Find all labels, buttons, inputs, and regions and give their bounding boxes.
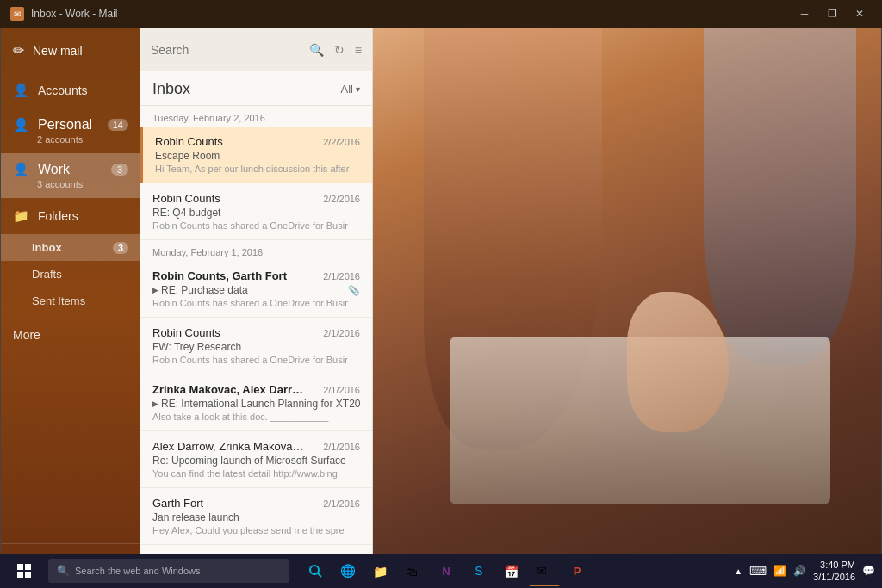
taskbar-calendar-app[interactable]: 📅: [496, 555, 527, 586]
email-date-1: 2/2/2016: [323, 137, 360, 147]
more-label: More: [13, 328, 40, 342]
email-preview-7: Hey Alex, Could you please send me the s…: [152, 525, 360, 535]
work-sub-label: 3 accounts: [37, 179, 128, 189]
email-sender-4: Robin Counts: [152, 326, 220, 339]
folder-icon: 📁: [13, 208, 29, 224]
sidebar: ✏ New mail 👤 Accounts 👤 Personal 14 2 ac…: [1, 28, 140, 588]
restore-button[interactable]: ❐: [820, 5, 844, 22]
personal-account-name: Personal: [38, 117, 92, 133]
taskbar-edge-app[interactable]: 🌐: [332, 555, 363, 586]
search-input[interactable]: [151, 43, 302, 57]
search-icon[interactable]: 🔍: [309, 43, 324, 57]
taskbar-sound-icon[interactable]: 🔊: [793, 565, 806, 577]
search-bar: 🔍 ↻ ≡: [140, 28, 372, 71]
email-subject-2: RE: Q4 budget: [152, 207, 360, 219]
sent-items-label: Sent Items: [32, 294, 85, 307]
taskbar-search-icon: 🔍: [57, 565, 70, 577]
email-sender-2: Robin Counts: [152, 192, 220, 205]
email-item-5[interactable]: Zrinka Makovac, Alex Darrow, ... G 2/1/2…: [140, 374, 372, 431]
expand-chevron-5: ▶: [152, 399, 158, 408]
email-subject-4: FW: Trey Research: [152, 341, 360, 353]
minimize-button[interactable]: ─: [792, 5, 817, 22]
email-item-7[interactable]: Garth Fort 2/1/2016 Jan release launch H…: [140, 488, 372, 545]
email-list-scroll[interactable]: Tuesday, February 2, 2016 Robin Counts 2…: [140, 106, 372, 588]
email-sender-5: Zrinka Makovac, Alex Darrow, ... G: [152, 383, 307, 396]
taskbar-clock[interactable]: 3:40 PM 3/11/2016: [813, 559, 855, 584]
email-subject-7: Jan release launch: [152, 511, 360, 523]
email-sender-6: Alex Darrow, Zrinka Makovac, Gar: [152, 440, 307, 453]
folders-label: Folders: [38, 209, 78, 223]
taskbar-skype-app[interactable]: S: [463, 555, 494, 586]
sidebar-work-account[interactable]: 👤 Work 3 3 accounts: [1, 153, 140, 198]
new-mail-button[interactable]: ✏ New mail: [1, 28, 140, 72]
start-button[interactable]: [7, 557, 41, 585]
taskbar-explorer-app[interactable]: 📁: [365, 555, 396, 586]
taskbar-mail-app[interactable]: ✉: [529, 555, 560, 586]
email-sender-7: Garth Fort: [152, 497, 203, 510]
window-controls: ─ ❐ ✕: [792, 5, 872, 22]
email-preview-6: You can find the latest detail http://ww…: [152, 468, 360, 479]
bg-person2: [704, 28, 856, 365]
svg-text:🌐: 🌐: [340, 563, 356, 579]
email-subject-6: Re: Upcoming launch of Microsoft Surface: [152, 455, 360, 467]
taskbar-chevron-icon[interactable]: ▲: [734, 566, 742, 576]
window-frame: ✏ New mail 👤 Accounts 👤 Personal 14 2 ac…: [0, 28, 882, 588]
email-item-1[interactable]: Robin Counts 2/2/2016 Escape Room Hi Tea…: [140, 127, 372, 183]
filter-all-label: All: [341, 83, 353, 96]
date-group-2: Monday, February 1, 2016: [140, 240, 372, 261]
email-list-panel: 🔍 ↻ ≡ Inbox All ▾ Tuesday, February 2, 2…: [140, 28, 373, 588]
expand-chevron-3: ▶: [152, 286, 158, 294]
attachment-icon-3: 📎: [348, 285, 360, 296]
sidebar-drafts[interactable]: Drafts: [1, 261, 140, 288]
new-mail-label: New mail: [33, 44, 83, 58]
sidebar-folders[interactable]: 📁 Folders: [1, 198, 140, 234]
email-item-3[interactable]: Robin Counts, Garth Fort 2/1/2016 ▶ RE: …: [140, 261, 372, 318]
email-date-6: 2/1/2016: [323, 442, 360, 452]
window-title: Inbox - Work - Mail: [31, 8, 117, 20]
accounts-label: Accounts: [38, 84, 88, 97]
taskbar-onenote-app[interactable]: N: [431, 555, 462, 586]
refresh-icon[interactable]: ↻: [334, 43, 345, 57]
email-sender-3: Robin Counts, Garth Fort: [152, 269, 287, 282]
taskbar-time-text: 3:40 PM: [820, 559, 855, 571]
app-container: ✏ New mail 👤 Accounts 👤 Personal 14 2 ac…: [1, 28, 881, 588]
sidebar-inbox[interactable]: Inbox 3: [1, 234, 140, 261]
filter-all[interactable]: All ▾: [341, 83, 360, 96]
taskbar-sys: ▲ ⌨ 📶 🔊 3:40 PM 3/11/2016 💬: [734, 559, 875, 584]
taskbar: 🔍 Search the web and Windows 🌐 📁 🛍 N S 📅: [0, 554, 882, 588]
email-preview-2: Robin Counts has shared a OneDrive for B…: [152, 220, 360, 231]
email-item-6[interactable]: Alex Darrow, Zrinka Makovac, Gar 2/1/201…: [140, 431, 372, 488]
svg-text:📁: 📁: [373, 565, 388, 579]
filter-icon[interactable]: ≡: [355, 43, 362, 57]
work-account-name: Work: [38, 162, 70, 177]
inbox-label: Inbox: [32, 241, 62, 254]
email-item-4[interactable]: Robin Counts 2/1/2016 FW: Trey Research …: [140, 318, 372, 374]
person-icon-work: 👤: [13, 162, 29, 177]
close-button[interactable]: ✕: [848, 5, 872, 22]
sidebar-sent-items[interactable]: Sent Items: [1, 288, 140, 314]
taskbar-network-icon[interactable]: 📶: [773, 565, 786, 577]
email-preview-1: Hi Team, As per our lunch discussion thi…: [155, 164, 360, 174]
personal-sub-label: 2 accounts: [37, 134, 128, 145]
taskbar-search-app[interactable]: [300, 555, 331, 586]
taskbar-date-text: 3/11/2016: [813, 571, 855, 583]
svg-rect-3: [25, 572, 31, 578]
taskbar-powerpoint-app[interactable]: P: [562, 555, 593, 586]
svg-text:✉: ✉: [537, 564, 547, 578]
svg-rect-0: [17, 564, 23, 570]
email-subject-5: ▶ RE: International Launch Planning for …: [152, 398, 360, 410]
inbox-title: Inbox: [152, 80, 341, 98]
taskbar-apps: 🌐 📁 🛍 N S 📅 ✉ P: [300, 555, 593, 586]
svg-text:📅: 📅: [504, 565, 519, 579]
title-bar: ✉ Inbox - Work - Mail ─ ❐ ✕: [0, 0, 882, 28]
taskbar-store-app[interactable]: 🛍: [398, 555, 429, 586]
sidebar-personal-account[interactable]: 👤 Personal 14 2 accounts: [1, 108, 140, 153]
email-item-2[interactable]: Robin Counts 2/2/2016 RE: Q4 budget Robi…: [140, 183, 372, 240]
taskbar-search[interactable]: 🔍 Search the web and Windows: [48, 559, 289, 583]
svg-text:🛍: 🛍: [406, 565, 418, 579]
kitchen-scene: [373, 28, 881, 588]
taskbar-keyboard-icon[interactable]: ⌨: [749, 564, 767, 578]
sidebar-item-accounts[interactable]: 👤 Accounts: [1, 72, 140, 108]
taskbar-notification-icon[interactable]: 💬: [862, 565, 875, 577]
sidebar-more[interactable]: More: [1, 318, 140, 352]
